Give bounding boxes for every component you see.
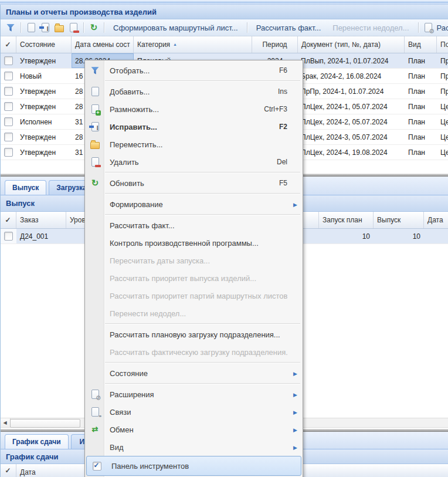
menu-item-formation[interactable]: Формирование xyxy=(85,195,303,213)
menu-separator xyxy=(105,323,300,324)
calc-fact-button[interactable]: Рассчитать факт... xyxy=(250,23,327,32)
col-date[interactable]: Дата xyxy=(424,212,448,228)
cell-document: ПлЦех, 2024-3, 05.07.2024 xyxy=(298,130,405,144)
add-button[interactable] xyxy=(24,21,38,35)
cell-kind: План xyxy=(405,53,437,68)
row-checkbox-cell[interactable] xyxy=(0,229,16,243)
filter-icon xyxy=(91,67,99,75)
submenu-arrow-icon xyxy=(293,200,303,208)
menu-item-planned-load[interactable]: Рассчитать плановую загрузку подразделен… xyxy=(85,326,303,343)
col-document[interactable]: Документ (тип, №, дата) xyxy=(298,36,405,53)
menu-item-view[interactable]: Вид xyxy=(85,438,303,456)
row-checkbox-cell[interactable] xyxy=(0,84,16,99)
cell-state: Утвержден xyxy=(16,145,72,160)
row-checkbox[interactable] xyxy=(4,133,13,141)
menu-item-duplicate[interactable]: Размножить... Ctrl+F3 xyxy=(85,100,303,118)
col-period[interactable]: Период xyxy=(252,36,298,53)
extensions-button[interactable]: Расширения xyxy=(436,23,448,32)
menu-item-state[interactable]: Состояние xyxy=(85,364,303,382)
delete-button[interactable] xyxy=(66,21,80,35)
cell-state: Утвержден xyxy=(16,84,72,99)
row-checkbox-cell[interactable] xyxy=(0,69,16,83)
menu-separator xyxy=(105,362,300,363)
scrollbar-thumb[interactable] xyxy=(10,419,80,428)
row-checkbox[interactable] xyxy=(4,56,13,65)
row-checkbox[interactable] xyxy=(4,102,13,111)
row-checkbox[interactable] xyxy=(4,72,13,80)
toolbar-separator xyxy=(104,22,104,33)
cell-unit: Цех xyxy=(437,114,448,129)
menu-separator xyxy=(105,383,300,384)
cell-order: Д24_001 xyxy=(16,229,66,243)
toolbar-separator xyxy=(21,22,21,33)
route-sheet-button[interactable]: Сформировать маршрутный лист... xyxy=(107,23,244,32)
edit-document-icon xyxy=(42,23,49,32)
context-menu: Отобрать... F6 Добавить... Ins Размножит… xyxy=(84,60,303,477)
row-checkbox-cell[interactable] xyxy=(0,130,16,144)
col-release[interactable]: Выпуск xyxy=(374,212,424,228)
row-checkbox[interactable] xyxy=(4,87,13,96)
menu-item-delete[interactable]: Удалить Del xyxy=(85,153,303,171)
menu-separator xyxy=(105,214,300,215)
folder-icon xyxy=(55,25,64,32)
row-checkbox[interactable] xyxy=(4,117,13,126)
menu-item-edit[interactable]: Исправить... F2 xyxy=(85,118,303,136)
row-checkbox[interactable] xyxy=(4,232,13,241)
menu-item-extensions[interactable]: Расширения xyxy=(85,385,303,403)
menu-item-exchange[interactable]: Обмен xyxy=(85,421,303,438)
checked-checkbox-icon[interactable] xyxy=(93,462,101,471)
row-checkbox-cell[interactable] xyxy=(0,145,16,160)
refresh-icon xyxy=(90,178,100,188)
submenu-arrow-icon xyxy=(293,390,303,398)
cell-document: ПлЦех, 2024-2, 05.07.2024 xyxy=(298,114,405,129)
extensions-button-icon-wrap[interactable] xyxy=(422,21,436,35)
col-order[interactable]: Заказ xyxy=(16,212,66,228)
move-button[interactable] xyxy=(52,21,66,35)
row-checkbox-cell[interactable] xyxy=(0,99,16,114)
main-toolbar: Сформировать маршрутный лист... Рассчита… xyxy=(0,19,448,36)
menu-item-calc-fact[interactable]: Рассчитать факт... xyxy=(85,216,303,234)
extensions-icon xyxy=(91,390,99,399)
tab-vypusk[interactable]: Выпуск xyxy=(5,180,46,195)
refresh-icon xyxy=(89,23,99,32)
menu-item-links[interactable]: Связи xyxy=(85,403,303,421)
row-checkbox-cell[interactable] xyxy=(0,53,16,68)
menu-item-move[interactable]: Переместить... xyxy=(85,136,303,153)
col-state[interactable]: Состояние xyxy=(16,36,72,53)
col-check[interactable]: ✓ xyxy=(0,212,16,228)
menu-item-filter[interactable]: Отобрать... F6 xyxy=(85,62,303,79)
menu-separator xyxy=(105,80,300,82)
edit-button[interactable] xyxy=(38,21,52,35)
col-check[interactable]: ✓ xyxy=(0,36,16,53)
scroll-left-button[interactable]: ◀ xyxy=(0,418,11,427)
row-checkbox[interactable] xyxy=(4,148,13,157)
refresh-button[interactable] xyxy=(87,21,101,35)
col-date[interactable]: Дата смены сост xyxy=(72,36,134,53)
row-checkbox-cell[interactable] xyxy=(0,114,16,129)
plans-grid-header: ✓ Состояние Дата смены сост Категория▲ П… xyxy=(0,36,448,53)
toolbar-separator xyxy=(247,22,247,33)
submenu-arrow-icon xyxy=(293,443,303,451)
tab-grafik-sdachi[interactable]: График сдачи xyxy=(5,434,69,449)
menu-item-refresh[interactable]: Обновить F5 xyxy=(85,174,303,192)
cell-document: ПлВып, 2024-1, 01.07.2024 xyxy=(298,53,405,68)
toolbar-separator xyxy=(418,22,419,33)
links-icon xyxy=(91,407,99,417)
cell-unit: Предприятие xyxy=(437,84,448,99)
menu-item-toolbar-toggle[interactable]: Панель инструментов xyxy=(86,456,301,476)
col-category[interactable]: Категория▲ xyxy=(134,36,252,53)
carry-over-button: Перенести недодел... xyxy=(327,23,415,32)
col-unit[interactable]: Подразделение xyxy=(437,36,448,53)
new-document-icon xyxy=(28,23,35,32)
col-check[interactable]: ✓ xyxy=(0,464,16,477)
scroll-left-icon: ◀ xyxy=(3,420,6,425)
sort-asc-icon: ▲ xyxy=(173,42,177,46)
cell-unit: Предприятие xyxy=(437,69,448,83)
col-kind[interactable]: Вид xyxy=(405,36,437,53)
submenu-arrow-icon xyxy=(293,369,303,377)
menu-item-program-control[interactable]: Контроль производственной программы... xyxy=(85,234,303,252)
menu-item-add[interactable]: Добавить... Ins xyxy=(85,83,303,100)
menu-item-batch-priority: Рассчитать приоритет партий маршрутных л… xyxy=(85,287,303,305)
filter-button[interactable] xyxy=(4,21,18,35)
col-launch-plan[interactable]: Запуск план xyxy=(319,212,374,228)
